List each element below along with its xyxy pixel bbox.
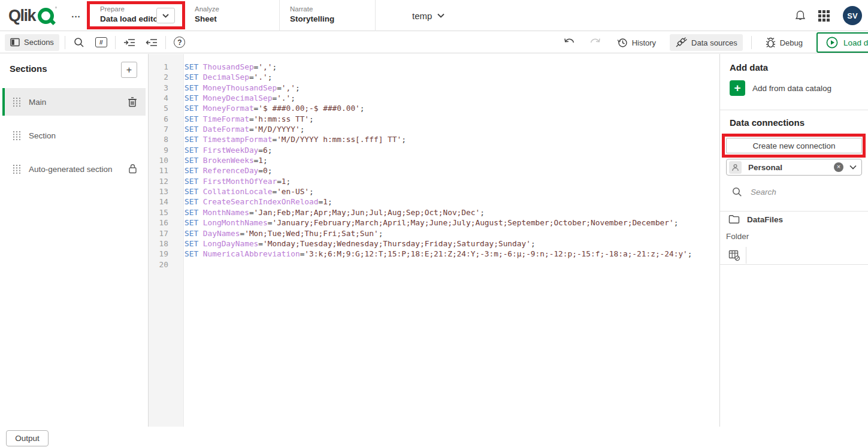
drag-handle-icon[interactable] bbox=[13, 98, 20, 107]
debug-button[interactable]: Debug bbox=[760, 34, 808, 51]
section-item-auto-generated[interactable]: Auto-generated section bbox=[2, 155, 146, 183]
code-line[interactable]: 14SET CreateSearchIndexOnReload=1; bbox=[149, 197, 719, 207]
line-number: 17 bbox=[149, 228, 176, 238]
code-line[interactable]: 5SET MoneyFormat='$ ###0.00;-$ ###0.00'; bbox=[149, 103, 719, 113]
section-item-label: Auto-generated section bbox=[29, 165, 113, 174]
delete-section-icon[interactable] bbox=[128, 96, 137, 107]
search-icon bbox=[732, 187, 742, 197]
sections-panel-title: Sections bbox=[10, 64, 47, 74]
data-sources-button[interactable]: Data sources bbox=[670, 34, 743, 51]
qlik-logo-text: Qlik bbox=[8, 7, 35, 25]
indent-icon[interactable] bbox=[121, 34, 138, 51]
drag-handle-icon[interactable] bbox=[13, 131, 20, 140]
toolbar-divider bbox=[115, 36, 116, 49]
code-text: SET BrokenWeeks=1; bbox=[176, 155, 268, 165]
prepare-dropdown-button[interactable] bbox=[156, 8, 175, 23]
clear-selection-icon[interactable]: × bbox=[834, 162, 843, 172]
code-line[interactable]: 6SET TimeFormat='h:mm:ss TT'; bbox=[149, 114, 719, 124]
code-line[interactable]: 20 bbox=[149, 259, 719, 270]
connection-datafiles[interactable]: DataFiles bbox=[728, 215, 783, 224]
code-line[interactable]: 16SET LongMonthNames='January;February;M… bbox=[149, 218, 719, 228]
line-number: 16 bbox=[149, 218, 176, 228]
code-line[interactable]: 13SET CollationLocale='en-US'; bbox=[149, 186, 719, 197]
code-text: SET MoneyFormat='$ ###0.00;-$ ###0.00'; bbox=[176, 103, 365, 113]
select-data-icon[interactable] bbox=[728, 250, 740, 261]
comment-icon[interactable]: // bbox=[93, 34, 110, 51]
code-text: SET TimestampFormat='M/D/YYYY h:mm:ss[.f… bbox=[176, 134, 406, 144]
code-line[interactable]: 8SET TimestampFormat='M/D/YYYY h:mm:ss[.… bbox=[149, 134, 719, 144]
history-button[interactable]: History bbox=[612, 34, 661, 51]
section-item-main[interactable]: Main bbox=[2, 88, 146, 116]
code-text: SET CreateSearchIndexOnReload=1; bbox=[176, 197, 332, 207]
code-editor[interactable]: 1SET ThousandSep=',';2SET DecimalSep='.'… bbox=[149, 54, 720, 427]
line-number: 4 bbox=[149, 93, 176, 103]
toolbar-divider bbox=[165, 36, 166, 49]
load-data-label: Load data bbox=[843, 38, 868, 47]
chevron-down-icon[interactable] bbox=[849, 165, 857, 170]
connections-search[interactable] bbox=[732, 187, 858, 197]
code-line[interactable]: 1SET ThousandSep=','; bbox=[149, 62, 719, 72]
code-line[interactable]: 17SET DayNames='Mon;Tue;Wed;Thu;Fri;Sat;… bbox=[149, 228, 719, 238]
toolbar-divider bbox=[65, 36, 65, 49]
more-menu-icon[interactable]: ... bbox=[68, 5, 84, 23]
code-text: SET LongMonthNames='January;February;Mar… bbox=[176, 218, 678, 228]
lock-icon bbox=[128, 164, 137, 174]
code-text: SET MoneyThousandSep=','; bbox=[176, 83, 300, 93]
code-line[interactable]: 10SET BrokenWeeks=1; bbox=[149, 155, 719, 165]
tab-analyze[interactable]: Analyze Sheet bbox=[185, 0, 280, 31]
undo-icon[interactable] bbox=[561, 34, 578, 51]
panel-divider bbox=[720, 211, 868, 212]
sections-toggle-button[interactable]: Sections bbox=[5, 34, 59, 51]
code-line[interactable]: 15SET MonthNames='Jan;Feb;Mar;Apr;May;Ju… bbox=[149, 207, 719, 218]
history-label: History bbox=[632, 38, 656, 47]
line-number: 20 bbox=[149, 259, 176, 270]
notifications-bell-icon[interactable] bbox=[794, 10, 806, 22]
code-line[interactable]: 2SET DecimalSep='.'; bbox=[149, 72, 719, 82]
folder-icon bbox=[728, 215, 740, 224]
drag-handle-icon[interactable] bbox=[13, 165, 20, 174]
code-line[interactable]: 12SET FirstMonthOfYear=1; bbox=[149, 176, 719, 186]
qlik-logo[interactable]: Qlik bbox=[8, 6, 54, 25]
code-line[interactable]: 4SET MoneyDecimalSep='.'; bbox=[149, 93, 719, 103]
code-line[interactable]: 9SET FirstWeekDay=6; bbox=[149, 145, 719, 155]
code-line[interactable]: 18SET LongDayNames='Monday;Tuesday;Wedne… bbox=[149, 238, 719, 249]
outdent-icon[interactable] bbox=[143, 34, 160, 51]
section-item-section[interactable]: Section bbox=[2, 122, 146, 149]
tab-prepare[interactable]: Prepare Data load editor bbox=[90, 0, 185, 31]
search-input[interactable] bbox=[749, 187, 851, 197]
line-number: 9 bbox=[149, 145, 176, 155]
line-number: 12 bbox=[149, 176, 176, 186]
add-from-catalog-button[interactable]: + Add from data catalog bbox=[730, 80, 831, 96]
section-item-label: Main bbox=[29, 98, 46, 107]
code-line[interactable]: 11SET ReferenceDay=0; bbox=[149, 165, 719, 176]
output-button[interactable]: Output bbox=[6, 430, 49, 446]
data-sources-label: Data sources bbox=[691, 38, 737, 47]
sections-toggle-label: Sections bbox=[24, 38, 54, 47]
code-line[interactable]: 3SET MoneyThousandSep=','; bbox=[149, 83, 719, 93]
add-section-button[interactable]: + bbox=[121, 62, 137, 78]
line-number: 19 bbox=[149, 249, 176, 259]
tab-narrate-category: Narrate bbox=[290, 5, 375, 13]
connection-actions bbox=[728, 247, 746, 264]
avatar[interactable]: SV bbox=[843, 6, 862, 25]
app-launcher-grid-icon[interactable] bbox=[818, 10, 830, 22]
debug-bug-icon bbox=[766, 37, 776, 49]
load-data-button[interactable]: Load data bbox=[816, 32, 868, 53]
code-lines: 1SET ThousandSep=',';2SET DecimalSep='.'… bbox=[149, 62, 719, 270]
code-line[interactable]: 19SET NumericalAbbreviation='3:k;6:M;9:G… bbox=[149, 249, 719, 259]
space-selector[interactable]: Personal × bbox=[726, 159, 862, 176]
panel-divider bbox=[720, 110, 868, 110]
code-text: SET TimeFormat='h:mm:ss TT'; bbox=[176, 114, 314, 124]
search-icon[interactable] bbox=[71, 34, 87, 51]
app-name-dropdown[interactable]: temp bbox=[412, 0, 444, 31]
tab-narrate-label: Storytelling bbox=[290, 14, 375, 25]
create-new-connection-button[interactable]: Create new connection bbox=[726, 138, 862, 153]
code-text: SET DayNames='Mon;Tue;Wed;Thu;Fri;Sat;Su… bbox=[176, 228, 383, 238]
actions-divider bbox=[746, 247, 746, 264]
code-text: SET MoneyDecimalSep='.'; bbox=[176, 93, 295, 103]
help-icon[interactable]: ? bbox=[171, 34, 188, 51]
code-line[interactable]: 7SET DateFormat='M/D/YYYY'; bbox=[149, 124, 719, 134]
code-text: SET LongDayNames='Monday;Tuesday;Wednesd… bbox=[176, 238, 536, 249]
tab-narrate[interactable]: Narrate Storytelling bbox=[280, 0, 376, 31]
redo-icon bbox=[586, 34, 603, 51]
